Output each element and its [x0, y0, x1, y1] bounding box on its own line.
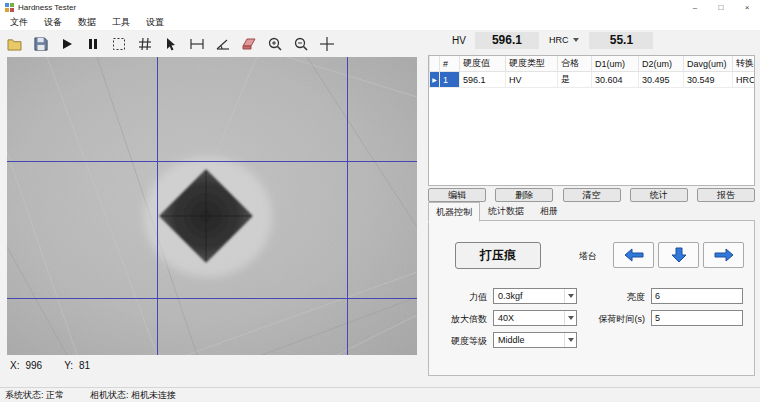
cell-d1: 30.604 — [592, 72, 639, 88]
maximize-button[interactable]: □ — [708, 0, 734, 15]
cell-qualified: 是 — [558, 72, 592, 88]
magnification-select-value: 40X — [498, 313, 514, 323]
conversion-select-label: HRC — [549, 35, 569, 45]
results-table: # 硬度值 硬度类型 合格 D1(um) D2(um) Davg(um) 转换类… — [429, 56, 755, 88]
force-select-value: 0.3kgf — [498, 291, 523, 301]
zoom-out-icon[interactable] — [290, 34, 311, 55]
system-status: 系统状态: 正常 — [5, 389, 64, 402]
y-value: 81 — [79, 360, 90, 371]
menu-settings[interactable]: 设置 — [138, 14, 172, 31]
menu-data[interactable]: 数据 — [70, 14, 104, 31]
window-controls: – □ × — [682, 0, 760, 15]
col-hardness[interactable]: 硬度值 — [460, 56, 506, 72]
angle-measure-icon[interactable] — [212, 34, 233, 55]
conversion-value: 55.1 — [589, 32, 653, 49]
cell-d2: 30.495 — [639, 72, 684, 88]
col-davg[interactable]: Davg(um) — [684, 56, 733, 72]
status-bar: 系统状态: 正常 相机状态: 相机未连接 — [0, 387, 760, 402]
hardness-level-label: 硬度等级 — [439, 335, 487, 348]
save-icon[interactable] — [30, 34, 51, 55]
brightness-input[interactable] — [651, 288, 743, 304]
row-marker-icon: ▶ — [430, 72, 440, 88]
app-window: Hardness Tester – □ × 文件 设备 数据 工具 设置 — [0, 0, 760, 402]
tab-bar: 机器控制 统计数据 相册 — [428, 204, 755, 221]
cell-conversion: HRC — [733, 72, 756, 88]
hardness-readout: HV 596.1 HRC 55.1 — [432, 30, 756, 50]
report-button[interactable]: 报告 — [697, 188, 755, 202]
hardness-level-select-value: Middle — [498, 335, 525, 345]
statistics-button[interactable]: 统计 — [630, 188, 688, 202]
dwell-time-input[interactable] — [651, 310, 743, 326]
delete-button[interactable]: 删除 — [495, 188, 553, 202]
conversion-select[interactable]: HRC — [549, 35, 580, 45]
camera-image[interactable] — [7, 57, 417, 355]
open-file-icon[interactable] — [4, 34, 25, 55]
zoom-in-icon[interactable] — [264, 34, 285, 55]
make-indent-button[interactable]: 打压痕 — [455, 242, 541, 269]
right-arrow-icon — [713, 247, 735, 263]
col-qualified[interactable]: 合格 — [558, 56, 592, 72]
eraser-icon[interactable] — [238, 34, 259, 55]
results-table-container: # 硬度值 硬度类型 合格 D1(um) D2(um) Davg(um) 转换类… — [428, 55, 755, 186]
left-arrow-icon — [623, 247, 645, 263]
dropdown-arrow-icon — [568, 338, 574, 342]
table-header-row: # 硬度值 硬度类型 合格 D1(um) D2(um) Davg(um) 转换类 — [430, 56, 756, 72]
menu-bar: 文件 设备 数据 工具 设置 — [0, 15, 760, 31]
cell-davg: 30.549 — [684, 72, 733, 88]
close-button[interactable]: × — [734, 0, 760, 15]
edit-button[interactable]: 编辑 — [428, 188, 486, 202]
play-icon[interactable] — [56, 34, 77, 55]
col-d1[interactable]: D1(um) — [592, 56, 639, 72]
brightness-label: 亮度 — [559, 291, 645, 304]
col-d2[interactable]: D2(um) — [639, 56, 684, 72]
down-arrow-icon — [671, 246, 687, 264]
menu-file[interactable]: 文件 — [2, 14, 36, 31]
horizontal-measure-icon[interactable] — [186, 34, 207, 55]
indentation-image — [7, 57, 417, 355]
turret-down-button[interactable] — [658, 242, 699, 268]
col-type[interactable]: 硬度类型 — [506, 56, 558, 72]
camera-status: 相机状态: 相机未连接 — [90, 389, 176, 402]
table-actions: 编辑 删除 清空 统计 报告 — [428, 188, 755, 202]
dropdown-arrow-icon — [573, 38, 579, 42]
hardness-level-select[interactable]: Middle — [493, 332, 577, 348]
magnification-label: 放大倍数 — [439, 313, 487, 326]
turret-label: 塔台 — [579, 250, 597, 263]
turret-right-button[interactable] — [703, 242, 744, 268]
table-row[interactable]: ▶ 1 596.1 HV 是 30.604 30.495 30.549 HRC — [430, 72, 756, 88]
turret-left-button[interactable] — [613, 242, 654, 268]
toolbar — [0, 31, 430, 57]
force-label: 力值 — [439, 291, 487, 304]
grid-icon[interactable] — [134, 34, 155, 55]
menu-device[interactable]: 设备 — [36, 14, 70, 31]
app-icon — [5, 3, 14, 12]
machine-control-panel: 打压痕 塔台 力值 0.3kgf 放大倍数 40X 硬度等级 Middle 亮度… — [428, 220, 755, 376]
dwell-time-label: 保荷时间(s) — [559, 313, 645, 326]
crosshair-icon[interactable] — [316, 34, 337, 55]
capture-region-icon[interactable] — [108, 34, 129, 55]
minimize-button[interactable]: – — [682, 0, 708, 15]
cursor-icon[interactable] — [160, 34, 181, 55]
cell-hardness: 596.1 — [460, 72, 506, 88]
menu-tools[interactable]: 工具 — [104, 14, 138, 31]
cursor-coordinates: X: 996 Y: 81 — [10, 360, 90, 371]
hv-label: HV — [452, 35, 466, 46]
col-index[interactable]: # — [440, 56, 460, 72]
marker-header — [430, 56, 440, 72]
tab-statistics-data[interactable]: 统计数据 — [480, 201, 532, 221]
hv-value: 596.1 — [475, 32, 539, 49]
cell-type: HV — [506, 72, 558, 88]
col-conversion[interactable]: 转换类 — [733, 56, 756, 72]
pause-icon[interactable] — [82, 34, 103, 55]
tab-machine-control[interactable]: 机器控制 — [428, 202, 480, 222]
cell-index: 1 — [440, 72, 460, 88]
title-bar: Hardness Tester – □ × — [0, 0, 760, 15]
x-value: 996 — [25, 360, 42, 371]
clear-button[interactable]: 清空 — [563, 188, 621, 202]
tab-album[interactable]: 相册 — [532, 201, 566, 221]
y-label: Y: — [64, 360, 73, 371]
window-title: Hardness Tester — [18, 3, 76, 12]
x-label: X: — [10, 360, 19, 371]
